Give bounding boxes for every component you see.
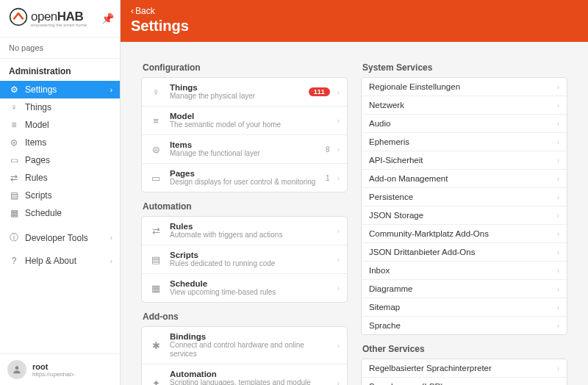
chevron-right-icon: › [557,364,559,373]
calendar-icon: ▦ [149,283,162,294]
sidebar-item-settings[interactable]: ⚙ Settings › [0,81,120,98]
chevron-right-icon: › [110,257,112,265]
topbar: ‹ Back Settings [121,0,588,42]
avatar [7,360,26,379]
sidebar-item-model[interactable]: ≡ Model [0,116,120,134]
count: 1 [326,174,330,182]
gear-icon: ⚙ [9,84,19,95]
row-scripts[interactable]: ▤ ScriptsRules dedicated to running code… [142,245,347,274]
sidebar-item-help[interactable]: ? Help & About › [0,252,120,270]
chevron-right-icon: › [337,256,340,264]
main: ‹ Back Settings Configuration ♀ ThingsMa… [121,0,588,385]
system-card: Regionale Einstellungen›Netzwerk›Audio›E… [361,77,567,335]
logo-row: openHAB empowering the smart home 📌 [0,0,120,37]
sidebar-item-label: Help & About [25,256,76,266]
row-bindings[interactable]: ✱ BindingsConnect and control hardware a… [142,327,347,364]
row-items[interactable]: ⊜ ItemsManage the functional layer 8 › [142,135,347,164]
row-things[interactable]: ♀ ThingsManage the physical layer 111 › [142,78,347,107]
admin-nav: ⚙ Settings › ♀ Things ≡ Model ⊜ Items ▭ … [0,81,120,222]
service-row[interactable]: Regionale Einstellungen› [362,78,567,96]
sidebar-item-things[interactable]: ♀ Things [0,98,120,116]
chevron-right-icon: › [557,120,559,128]
chevron-right-icon: › [557,248,559,256]
row-model[interactable]: ≡ ModelThe semantic model of your home › [142,107,347,135]
chevron-right-icon: › [557,138,559,146]
service-title: Add-on Management [369,174,557,183]
chevron-right-icon: › [557,83,559,91]
service-row[interactable]: Diagramme› [362,280,567,298]
brand[interactable]: openHAB empowering the smart home [9,7,101,29]
chevron-right-icon: › [337,88,340,96]
sidebar-item-label: Model [25,120,49,130]
badge: 111 [309,87,330,96]
row-pages[interactable]: ▭ PagesDesign displays for user control … [142,164,347,192]
service-row[interactable]: Add-on Management› [362,170,567,188]
brand-tagline: empowering the smart home [31,23,87,27]
sidebar-item-label: Things [25,102,51,112]
chevron-right-icon: › [110,234,112,242]
service-row[interactable]: Inbox› [362,262,567,280]
service-row[interactable]: JSON Drittanbieter Add-Ons› [362,243,567,262]
service-title: Diagramme [369,284,557,293]
service-row[interactable]: Community-Marktplatz Add-Ons› [362,225,567,243]
service-row[interactable]: Audio› [362,115,567,133]
service-row[interactable]: Persistence› [362,188,567,206]
service-row[interactable]: Sprache› [362,317,567,334]
row-schedule[interactable]: ▦ ScheduleView upcoming time-based rules… [142,274,347,302]
layout-icon: ▭ [9,155,19,165]
service-row[interactable]: API-Sicherheit› [362,151,567,170]
pin-icon[interactable]: 📌 [101,12,114,24]
page-title: Settings [131,18,578,35]
service-title: API-Sicherheit [369,156,557,165]
sidebar-item-devtools[interactable]: ⓘ Developer Tools › [0,228,120,248]
chevron-right-icon: › [337,342,340,350]
user-name: root [32,362,75,371]
other-header: Other Services [362,344,567,354]
service-title: Sprachserver (LSP) [369,382,557,385]
chevron-right-icon: › [557,156,559,165]
service-row[interactable]: Netzwerk› [362,96,567,115]
row-rules[interactable]: ⇄ RulesAutomate with triggers and action… [142,217,347,245]
service-row[interactable]: Sitemap› [362,298,567,317]
chevron-right-icon: › [337,379,340,386]
sidebar-item-schedule[interactable]: ▦ Schedule [0,204,120,222]
user-block[interactable]: root https://openhab- [0,353,120,385]
brand-name: openHAB [31,10,83,24]
chevron-right-icon: › [557,193,559,201]
lightbulb-icon: ♀ [9,102,19,112]
service-row[interactable]: Sprachserver (LSP)› [362,378,567,385]
chevron-left-icon: ‹ [131,6,134,16]
chevron-right-icon: › [557,383,559,386]
service-title: Netzwerk [369,101,557,109]
toggle-icon: ⊜ [149,144,162,155]
extra-nav: ⓘ Developer Tools › ? Help & About › [0,228,120,270]
chevron-right-icon: › [337,227,340,235]
sidebar-item-rules[interactable]: ⇄ Rules [0,169,120,187]
sidebar-item-items[interactable]: ⊜ Items [0,134,120,151]
no-pages-label: No pages [0,37,120,59]
service-title: Audio [369,119,557,128]
service-title: Community-Marktplatz Add-Ons [369,229,557,238]
service-row[interactable]: Ephemeris› [362,133,567,151]
logo-icon [9,7,28,29]
service-row[interactable]: JSON Storage› [362,206,567,225]
sidebar-item-label: Rules [25,173,48,183]
sidebar-item-pages[interactable]: ▭ Pages [0,151,120,169]
script-icon: ▤ [149,254,162,265]
wand-icon: ✦ [149,378,162,386]
back-button[interactable]: ‹ Back [131,6,578,16]
right-column: System Services Regionale Einstellungen›… [361,54,567,367]
sidebar-item-label: Schedule [25,208,62,218]
service-title: Regelbasierter Sprachinterpreter [369,364,557,373]
user-host: https://openhab- [32,371,75,378]
back-label: Back [135,6,155,16]
chevron-right-icon: › [557,230,559,238]
list-icon: ≡ [9,120,19,130]
sidebar-item-scripts[interactable]: ▤ Scripts [0,187,120,204]
sidebar-item-label: Pages [25,155,50,165]
service-row[interactable]: Regelbasierter Sprachinterpreter› [362,359,567,378]
chevron-right-icon: › [557,101,559,109]
row-addon-automation[interactable]: ✦ AutomationScripting languages, templat… [142,364,347,385]
addons-card: ✱ BindingsConnect and control hardware a… [141,326,348,385]
flow-icon: ⇄ [9,173,19,183]
